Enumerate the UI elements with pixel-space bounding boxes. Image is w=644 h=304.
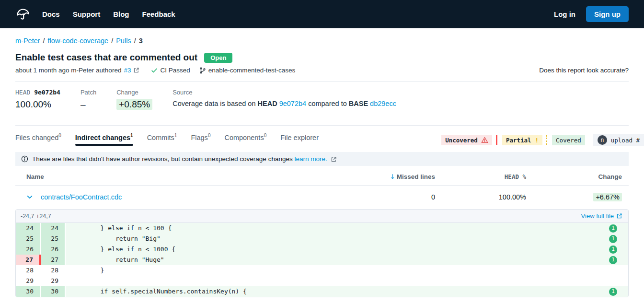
info-banner: These are files that didn't have author … — [15, 152, 629, 166]
coverage-stats: HEAD 9e072b4 100.00% Patch – Change +0.8… — [15, 82, 629, 118]
diff-line: 27 27 return "Huge" 1 — [16, 255, 628, 265]
chevron-down-icon[interactable] — [26, 194, 33, 200]
codecov-logo-icon[interactable] — [15, 6, 32, 23]
old-line-number: 30 — [16, 286, 41, 297]
tab-indirect-changes[interactable]: Indirect changes1 — [75, 133, 133, 146]
nav-right: Log in Sign up — [554, 6, 629, 22]
breadcrumb-owner[interactable]: m-Peter — [15, 37, 40, 45]
new-line-number: 27 — [41, 255, 66, 265]
new-line-number: 26 — [41, 244, 66, 255]
hit-count-badge: 1 — [609, 288, 617, 296]
legend-partial: Partial ! — [502, 135, 542, 145]
code-line: } else if n < 100 { — [66, 223, 609, 234]
nav-links: Docs Support Blog Feedback — [42, 10, 175, 18]
upload-chip[interactable]: n upload # — [593, 134, 644, 146]
stat-patch: Patch – — [80, 89, 96, 110]
tab-file-explorer[interactable]: File explorer — [280, 133, 319, 146]
change-value: +0.85% — [116, 99, 152, 110]
code-line: } else if n < 1000 { — [66, 244, 609, 255]
status-badge: Open — [204, 53, 232, 63]
old-line-number: 29 — [16, 276, 41, 286]
tab-commits[interactable]: Commits1 — [147, 133, 177, 146]
nav-link-support[interactable]: Support — [73, 10, 101, 18]
tab-components[interactable]: Components0 — [224, 133, 266, 146]
column-missed-lines[interactable]: ↓Missed lines — [344, 173, 435, 180]
new-line-number: 28 — [41, 265, 66, 276]
table-header: Name ↓Missed lines HEAD % Change — [15, 166, 629, 186]
source-head-sha-link[interactable]: 9e072b4 — [279, 100, 306, 107]
column-change[interactable]: Change — [526, 173, 622, 180]
hit-count-cell: 1 — [609, 223, 628, 234]
old-line-number: 28 — [16, 265, 41, 276]
stat-change: Change +0.85% — [116, 89, 152, 110]
missed-lines-value: 0 — [344, 193, 435, 201]
tab-flags[interactable]: Flags0 — [191, 133, 210, 146]
hit-count-cell — [609, 276, 628, 286]
stat-head: HEAD 9e072b4 100.00% — [15, 89, 60, 110]
pr-meta-text: about 1 month ago m-Peter authored — [15, 67, 121, 74]
hit-count-badge: 1 — [609, 235, 617, 243]
diff-body: 24 24 } else if n < 100 { 1 25 25 return… — [16, 223, 628, 297]
partial-bar — [546, 135, 547, 145]
column-head-percent[interactable]: HEAD % — [435, 173, 526, 180]
legend-uncovered: Uncovered — [441, 135, 492, 145]
branch-icon — [199, 67, 206, 74]
diff-line: 25 25 return "Big" 1 — [16, 234, 628, 244]
new-line-number: 30 — [41, 286, 66, 297]
code-line: return "Big" — [66, 234, 609, 244]
old-line-number: 26 — [16, 244, 41, 255]
breadcrumb: m-Peter/flow-code-coverage/Pulls/3 — [15, 28, 629, 45]
legend-covered: Covered — [552, 135, 585, 145]
diff-line: 24 24 } else if n < 100 { 1 — [16, 223, 628, 234]
source-base-sha-link[interactable]: db29ecc — [370, 100, 396, 107]
hit-count-cell: 1 — [609, 255, 628, 265]
tab-files-changed[interactable]: Files changed0 — [15, 133, 61, 146]
head-sha: 9e072b4 — [34, 89, 60, 96]
hit-count-badge: 1 — [609, 256, 617, 264]
stat-source: Source Coverage data is based on HEAD 9e… — [172, 89, 396, 110]
file-name-link[interactable]: contracts/FooContract.cdc — [41, 193, 122, 201]
branch-name: enable-commented-test-cases — [208, 67, 296, 74]
column-name: Name — [26, 173, 344, 180]
hit-count-cell — [609, 265, 628, 276]
info-icon — [21, 155, 28, 163]
breadcrumb-repo[interactable]: flow-code-coverage — [48, 37, 109, 45]
patch-value: – — [80, 99, 96, 110]
warning-triangle-icon — [481, 137, 488, 143]
ci-status: CI Passed — [160, 67, 190, 74]
hit-count-cell: 1 — [609, 234, 628, 244]
nav-link-feedback[interactable]: Feedback — [142, 10, 175, 18]
head-percent-value: 100.00% — [435, 193, 526, 201]
nav-link-blog[interactable]: Blog — [113, 10, 129, 18]
nav-link-docs[interactable]: Docs — [42, 10, 60, 18]
login-link[interactable]: Log in — [554, 10, 575, 18]
new-line-number: 29 — [41, 276, 66, 286]
sort-arrow-icon: ↓ — [390, 173, 395, 180]
check-icon — [151, 67, 158, 74]
head-coverage-value: 100.00% — [15, 99, 60, 110]
signup-button[interactable]: Sign up — [586, 6, 629, 22]
diff-line: 26 26 } else if n < 1000 { 1 — [16, 244, 628, 255]
change-value: +6.67% — [593, 193, 622, 201]
breadcrumb-current: 3 — [139, 37, 143, 45]
new-line-number: 25 — [41, 234, 66, 244]
table-row: contracts/FooContract.cdc 0 100.00% +6.6… — [15, 186, 629, 208]
old-line-number: 27 — [16, 255, 41, 265]
coverage-legend: Uncovered Partial ! Covered n upload # — [441, 133, 644, 146]
code-line: return "Huge" — [66, 255, 609, 265]
code-line: } — [66, 265, 609, 276]
pr-number-link[interactable]: #3 — [124, 67, 131, 74]
external-link-icon[interactable] — [331, 156, 337, 163]
hit-count-badge: 1 — [609, 224, 617, 233]
page-title: Enable test cases that are commented out — [15, 52, 197, 63]
external-link-icon[interactable] — [133, 67, 139, 73]
diff-line: 29 29 — [16, 276, 628, 286]
new-line-number: 24 — [41, 223, 66, 234]
hit-count-cell: 1 — [609, 244, 628, 255]
report-accuracy-question[interactable]: Does this report look accurate? — [539, 67, 629, 74]
banner-text: These are files that didn't have author … — [32, 155, 293, 163]
view-full-file-link[interactable]: View full file — [581, 212, 622, 220]
diff-panel: -24,7 +24,7 View full file 24 24 } else … — [15, 209, 629, 297]
breadcrumb-pulls[interactable]: Pulls — [116, 37, 131, 45]
learn-more-link[interactable]: learn more. — [294, 155, 327, 163]
